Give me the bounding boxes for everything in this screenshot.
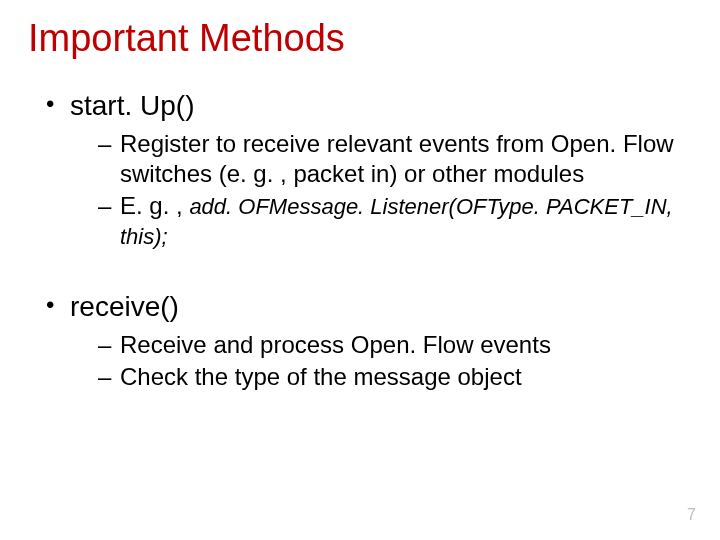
- bullet-receive-label: receive(): [70, 291, 179, 322]
- slide: Important Methods start. Up() Register t…: [0, 0, 720, 540]
- bullet-receive: receive() Receive and process Open. Flow…: [46, 289, 692, 392]
- spacer: [28, 255, 692, 289]
- bullet-startup: start. Up() Register to receive relevant…: [46, 88, 692, 251]
- sub-example-prefix: E. g. ,: [120, 192, 189, 219]
- bullet-list: start. Up() Register to receive relevant…: [28, 88, 692, 251]
- sub-receive-process: Receive and process Open. Flow events: [98, 330, 692, 360]
- bullet-receive-sub: Receive and process Open. Flow events Ch…: [70, 330, 692, 392]
- bullet-startup-sub: Register to receive relevant events from…: [70, 129, 692, 251]
- sub-register-events: Register to receive relevant events from…: [98, 129, 692, 189]
- sub-check-type: Check the type of the message object: [98, 362, 692, 392]
- sub-check-type-text: Check the type of the message object: [120, 363, 522, 390]
- bullet-list-2: receive() Receive and process Open. Flow…: [28, 289, 692, 392]
- page-number: 7: [687, 506, 696, 524]
- sub-example-code-text: add. OFMessage. Listener(OFType. PACKET_…: [120, 194, 673, 249]
- sub-receive-process-text: Receive and process Open. Flow events: [120, 331, 551, 358]
- sub-register-events-text: Register to receive relevant events from…: [120, 130, 674, 187]
- bullet-startup-label: start. Up(): [70, 90, 194, 121]
- slide-title: Important Methods: [28, 18, 692, 60]
- sub-example-code: E. g. , add. OFMessage. Listener(OFType.…: [98, 191, 692, 251]
